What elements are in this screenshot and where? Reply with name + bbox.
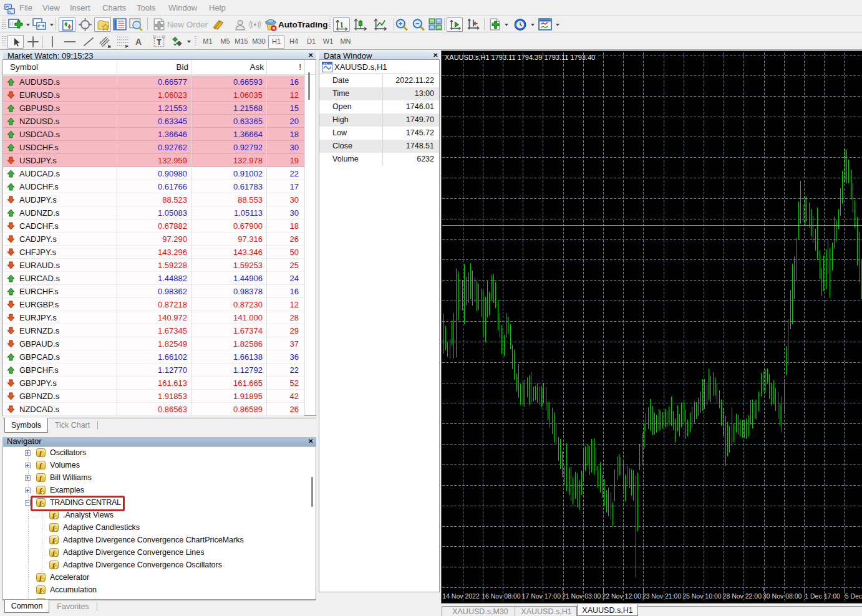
svg-text:1 Dec 17:00: 1 Dec 17:00 bbox=[805, 592, 840, 600]
svg-text:22 Nov 12:00: 22 Nov 12:00 bbox=[602, 592, 641, 600]
svg-text:5 Dec 03:00: 5 Dec 03:00 bbox=[845, 592, 862, 600]
svg-text:14 Nov 2022: 14 Nov 2022 bbox=[442, 592, 480, 600]
svg-text:30 Nov 08:00: 30 Nov 08:00 bbox=[763, 592, 802, 600]
svg-text:17 Nov 17:00: 17 Nov 17:00 bbox=[522, 592, 561, 600]
svg-text:23 Nov 21:00: 23 Nov 21:00 bbox=[642, 592, 682, 600]
svg-text:XAUUSD.s,H1 1793.11 1794.39 1: XAUUSD.s,H1 1793.11 1794.39 1793.11 1793… bbox=[445, 54, 595, 61]
svg-text:T: T bbox=[157, 38, 162, 47]
svg-text:25 Nov 10:00: 25 Nov 10:00 bbox=[682, 592, 722, 600]
svg-text:21 Nov 03:00: 21 Nov 03:00 bbox=[562, 592, 601, 600]
svg-text:F: F bbox=[125, 44, 128, 49]
svg-text:16 Nov 08:00: 16 Nov 08:00 bbox=[482, 592, 521, 600]
svg-text:28 Nov 22:00: 28 Nov 22:00 bbox=[723, 592, 762, 600]
svg-text:E: E bbox=[108, 44, 111, 49]
